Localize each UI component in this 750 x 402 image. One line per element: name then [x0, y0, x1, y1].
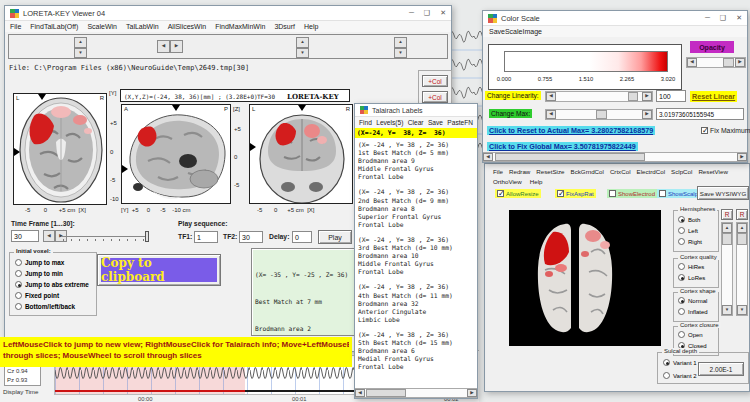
fix-global-max-link[interactable]: Click to Fix Global Max= 3.5078197582244… — [487, 142, 638, 151]
checkbox-icon[interactable] — [609, 190, 616, 197]
time-frame-input[interactable]: 30 — [11, 230, 39, 242]
talairach-hscrollbar[interactable]: ◀ ▶ — [355, 388, 477, 398]
sagittal-slice-view[interactable]: A P — [121, 104, 231, 204]
scrollbar-thumb[interactable] — [723, 58, 734, 67]
scroll-right-icon[interactable]: ▶ — [467, 389, 477, 397]
radio-variant-1[interactable]: Variant 1 — [663, 359, 697, 366]
color-scale-hscrollbar[interactable]: ◀ ▶ — [483, 152, 747, 162]
x-slice-spinner[interactable]: ▲▼ — [74, 37, 87, 58]
max-value-input[interactable]: 3.01973605155945 — [656, 108, 744, 120]
scroll-right-icon[interactable]: ▶ — [642, 92, 652, 101]
add-col-button[interactable]: +Col — [422, 75, 448, 87]
radio-open[interactable]: Open — [678, 331, 703, 338]
spin-up-icon[interactable]: ▲ — [394, 37, 407, 48]
fix-maximum-checkbox[interactable]: Fix Maximum — [701, 127, 750, 134]
scroll-right-icon[interactable]: ▶ — [735, 58, 745, 67]
scroll-down-icon[interactable]: ▼ — [737, 305, 747, 315]
radio-left[interactable]: Left — [678, 227, 698, 234]
talairach-titlebar[interactable]: Talairach Labels — [355, 104, 477, 117]
radio-right[interactable]: Right — [678, 238, 702, 245]
axial-slice-view[interactable]: L R — [13, 93, 107, 205]
checkbox-icon[interactable] — [701, 127, 708, 134]
tf2-input[interactable]: 30 — [239, 231, 263, 243]
scroll-left-icon[interactable]: ◀ — [483, 153, 493, 161]
menu-tallabwin[interactable]: TalLabWin — [126, 23, 159, 30]
menu-scalewin[interactable]: ScaleWin — [87, 23, 117, 30]
menu-savescaleimage[interactable]: SaveScaleImage — [489, 28, 542, 35]
scroll-left-icon[interactable]: ◀ — [546, 92, 556, 101]
spin-up-icon[interactable]: ▲ — [296, 37, 309, 48]
menu-file[interactable]: File — [493, 168, 503, 175]
menu-levels[interactable]: Levels(5) — [376, 119, 403, 126]
menu-help[interactable]: Help — [304, 23, 318, 30]
showscalp-checkbox[interactable]: ShowScalp — [657, 189, 700, 198]
menu-redraw[interactable]: Redraw — [509, 168, 530, 175]
brain-3d-canvas[interactable] — [509, 210, 661, 346]
radio-both[interactable]: Both — [678, 216, 700, 223]
extra-spinner[interactable]: ▲▼ — [394, 37, 407, 58]
menu-crtxcol[interactable]: CrtxCol — [610, 168, 631, 175]
scrollbar-thumb[interactable] — [628, 92, 638, 101]
menu-resetview[interactable]: ResetView — [698, 168, 727, 175]
radio-jump-to-abs-extreme[interactable]: Jump to abs extreme — [15, 281, 89, 288]
z-slice-spinner[interactable]: ▲▼ — [296, 37, 309, 58]
radio-variant-2[interactable]: Variant 2 — [663, 372, 697, 379]
menu-sclpcol[interactable]: SclpCol — [671, 168, 692, 175]
spin-down-icon[interactable]: ▼ — [74, 48, 87, 59]
menu-clear[interactable]: Clear — [408, 119, 424, 126]
maximize-icon[interactable]: ❑ — [424, 9, 430, 17]
reset-linear-link[interactable]: Reset Linear — [690, 91, 737, 102]
radio-lores[interactable]: LoRes — [678, 274, 705, 281]
scroll-left-icon[interactable]: ◀ — [546, 110, 556, 119]
radio-jump-to-max[interactable]: Jump to max — [15, 259, 64, 266]
reset-actual-max-link[interactable]: Click to Reset to Actual Max= 3.28027582… — [487, 126, 655, 135]
color-scale-titlebar[interactable]: Color Scale ─ ❑ ✕ — [483, 11, 747, 26]
spin-down-icon[interactable]: ▼ — [296, 48, 309, 59]
slider-thumb[interactable] — [145, 231, 149, 242]
linearity-input[interactable]: 100 — [656, 90, 686, 102]
add-col-button-2[interactable]: +Col — [422, 91, 448, 103]
menu-bckgrndcol[interactable]: BckGrndCol — [571, 168, 604, 175]
scroll-left-icon[interactable]: ◀ — [355, 389, 365, 397]
spin-up-icon[interactable]: ▲ — [74, 37, 87, 48]
menu-save[interactable]: Save — [428, 119, 443, 126]
checkbox-icon[interactable] — [497, 190, 504, 197]
sulcal-depth-value[interactable]: 2.00E-1 — [698, 362, 744, 376]
close-icon[interactable]: ✕ — [440, 9, 446, 17]
menu-electrdcol[interactable]: ElectrdCol — [637, 168, 666, 175]
y-slice-spinner[interactable]: ◀ ▶ — [157, 40, 183, 53]
eeg-channel-row[interactable]: Cz 0.94 — [7, 367, 40, 376]
scroll-right-icon[interactable]: ▶ — [642, 110, 652, 119]
menu-3dsurf[interactable]: 3Dsurf — [274, 23, 295, 30]
spin-down-icon[interactable]: ▼ — [394, 48, 407, 59]
menu-allsliceswin[interactable]: AllSlicesWin — [168, 23, 207, 30]
rotate-scrollbar-2[interactable]: ▲ ▼ — [736, 222, 748, 316]
radio-jump-to-min[interactable]: Jump to min — [15, 270, 63, 277]
tf1-input[interactable]: 1 — [194, 231, 218, 243]
scrollbar-thumb[interactable] — [596, 110, 607, 119]
scroll-up-icon[interactable]: ▲ — [737, 223, 747, 233]
eeg-channel-row[interactable]: Pz 0.93 — [7, 376, 40, 385]
spin-right-icon[interactable]: ▶ — [170, 40, 183, 53]
linearity-scrollbar[interactable]: ◀ ▶ — [545, 91, 653, 102]
opacity-scrollbar[interactable]: ◀ ▶ — [686, 57, 746, 68]
time-frame-slider[interactable] — [61, 231, 149, 242]
rotate-button-1[interactable]: R — [721, 209, 733, 220]
spin-left-icon[interactable]: ◀ — [43, 230, 55, 242]
showelectrod-checkbox[interactable]: ShowElectrod — [607, 189, 657, 198]
menu-help[interactable]: Help — [530, 178, 543, 185]
spin-left-icon[interactable]: ◀ — [157, 40, 170, 53]
loreta-titlebar[interactable]: LORETA-KEY Viewer 04 ─ ❑ ✕ — [5, 6, 451, 21]
play-button[interactable]: Play — [318, 230, 352, 244]
save-wysiwyg-button[interactable]: Save WYSIWYG — [697, 186, 749, 200]
menu-findtallab[interactable]: FindTalLab(Off) — [30, 23, 78, 30]
menu-pastefn[interactable]: PasteFN — [447, 119, 473, 126]
radio-fixed-point[interactable]: Fixed point — [15, 292, 59, 299]
minimize-icon[interactable]: ─ — [409, 9, 414, 17]
menu-findmaxminwin[interactable]: FindMaxMinWin — [215, 23, 265, 30]
delay-input[interactable]: 0 — [292, 231, 312, 243]
menu-orthoview[interactable]: OrthoView — [493, 178, 522, 185]
max-scrollbar[interactable]: ◀ ▶ — [545, 109, 653, 120]
rotate-button-2[interactable]: R — [736, 209, 748, 220]
radio-hires[interactable]: HiRes — [678, 263, 704, 270]
